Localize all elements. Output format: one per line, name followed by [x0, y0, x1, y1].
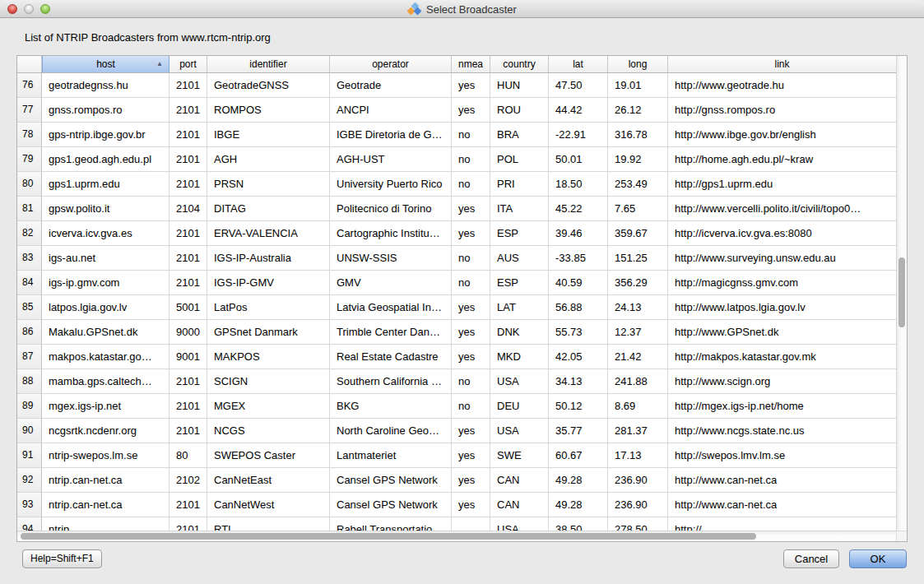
- cell-long: 253.49: [608, 172, 668, 197]
- header-port[interactable]: port: [169, 56, 207, 72]
- cell-host: ntrip-swepos.lm.se: [42, 443, 169, 468]
- table-row[interactable]: 81gpsw.polito.it2104DITAGPolitecnico di …: [17, 197, 907, 221]
- table-header-row: host ▲ port identifier operator nmea cou…: [17, 56, 907, 73]
- cell-host: igs-au.net: [42, 246, 169, 271]
- horizontal-scrollbar[interactable]: [17, 531, 896, 541]
- cell-lat: 50.01: [549, 147, 608, 172]
- cell-lat: 35.77: [549, 419, 608, 443]
- cell-lat: 42.05: [549, 345, 608, 369]
- table-row[interactable]: 76geotradegnss.hu2101GeotradeGNSSGeotrad…: [17, 73, 907, 98]
- cell-operator: Cansel GPS Network: [330, 493, 452, 517]
- table-row[interactable]: 79gps1.geod.agh.edu.pl2101AGHAGH-USTnoPO…: [17, 147, 907, 172]
- cell-port: 2101: [169, 394, 207, 419]
- cell-port: 2101: [169, 517, 207, 531]
- table-row[interactable]: 91ntrip-swepos.lm.se80SWEPOS CasterLantm…: [17, 443, 907, 468]
- horizontal-scrollbar-thumb[interactable]: [21, 533, 756, 540]
- cell-lat: 50.12: [549, 394, 608, 419]
- header-identifier[interactable]: identifier: [207, 56, 330, 72]
- cell-long: 359.67: [608, 221, 668, 246]
- cell-host: ntrip.can-net.ca: [42, 468, 169, 493]
- cell-operator: Real Estate Cadastre: [330, 345, 452, 369]
- cell-lat: 55.73: [549, 320, 608, 345]
- cell-country: USA: [490, 517, 549, 531]
- cancel-button[interactable]: Cancel: [783, 549, 839, 568]
- table-row[interactable]: 82icverva.icv.gva.es2101ERVA-VALENCIACar…: [17, 221, 907, 246]
- table-row[interactable]: 94ntrip2101RTIRabell TransportatioUSA38.…: [17, 517, 907, 531]
- vertical-scrollbar-thumb[interactable]: [898, 257, 905, 327]
- cell-link: http://www.surveying.unsw.edu.au: [668, 246, 896, 271]
- cell-link: http://makpos.katastar.gov.mk: [668, 345, 896, 369]
- table-row[interactable]: 78gps-ntrip.ibge.gov.br2101IBGEIGBE Dire…: [17, 123, 907, 147]
- list-heading: List of NTRIP Broadcasters from www.rtcm…: [25, 31, 271, 44]
- cell-operator: Cartographic Institu…: [330, 221, 452, 246]
- cell-country: LAT: [490, 295, 549, 320]
- header-host-label: host: [96, 58, 115, 70]
- table-row[interactable]: 77gnss.rompos.ro2101ROMPOSANCPIyesROU44.…: [17, 98, 907, 123]
- cell-operator: Rabell Transportatio: [330, 517, 452, 531]
- scrollbar-corner: [896, 531, 907, 541]
- cell-nmea: yes: [452, 73, 490, 98]
- cell-port: 2104: [169, 197, 207, 221]
- cell-link: http://www.scign.org: [668, 369, 896, 394]
- cell-host: igs-ip.gmv.com: [42, 271, 169, 295]
- row-number: 82: [17, 221, 42, 246]
- cell-link: http://www.ncgs.state.nc.us: [668, 419, 896, 443]
- title-bar[interactable]: Select Broadcaster: [0, 0, 924, 18]
- cell-identifier: CanNetEast: [207, 468, 330, 493]
- cell-lat: -33.85: [549, 246, 608, 271]
- cell-operator: IGBE Diretoria de G…: [330, 123, 452, 147]
- cell-lat: 45.22: [549, 197, 608, 221]
- table-row[interactable]: 90ncgsrtk.ncdenr.org2101NCGSNorth Caroli…: [17, 419, 907, 443]
- row-number: 93: [17, 493, 42, 517]
- cell-link: http://www.latpos.lgia.gov.lv: [668, 295, 896, 320]
- cell-lat: 60.67: [549, 443, 608, 468]
- table-row[interactable]: 86Makalu.GPSnet.dk9000GPSnet DanmarkTrim…: [17, 320, 907, 345]
- table-row[interactable]: 84igs-ip.gmv.com2101IGS-IP-GMVGMVnoESP40…: [17, 271, 907, 295]
- cell-lat: 44.42: [549, 98, 608, 123]
- header-link[interactable]: link: [668, 56, 896, 72]
- cell-identifier: IGS-IP-Australia: [207, 246, 330, 271]
- cell-country: CAN: [490, 468, 549, 493]
- row-number: 90: [17, 419, 42, 443]
- cell-nmea: no: [452, 123, 490, 147]
- header-host[interactable]: host ▲: [42, 56, 169, 72]
- cell-host: gps-ntrip.ibge.gov.br: [42, 123, 169, 147]
- cell-operator: Geotrade: [330, 73, 452, 98]
- cell-long: 26.12: [608, 98, 668, 123]
- cell-host: mamba.gps.caltech…: [42, 369, 169, 394]
- row-number: 77: [17, 98, 42, 123]
- cell-port: 2101: [169, 172, 207, 197]
- table-row[interactable]: 80gps1.uprm.edu2101PRSNUniversity Puerto…: [17, 172, 907, 197]
- cell-lat: 40.59: [549, 271, 608, 295]
- header-country[interactable]: country: [490, 56, 549, 72]
- help-button[interactable]: Help=Shift+F1: [22, 549, 102, 568]
- table-row[interactable]: 89mgex.igs-ip.net2101MGEXBKGnoDEU50.128.…: [17, 394, 907, 419]
- cell-long: 151.25: [608, 246, 668, 271]
- header-long[interactable]: long: [608, 56, 668, 72]
- table-row[interactable]: 93ntrip.can-net.ca2101CanNetWestCansel G…: [17, 493, 907, 517]
- table-row[interactable]: 85latpos.lgia.gov.lv5001LatPosLatvia Geo…: [17, 295, 907, 320]
- cell-port: 2101: [169, 98, 207, 123]
- cell-country: POL: [490, 147, 549, 172]
- cell-nmea: yes: [452, 419, 490, 443]
- cell-long: 21.42: [608, 345, 668, 369]
- cell-link: http://www.vercelli.polito.it/civili/top…: [668, 197, 896, 221]
- cell-lat: 38.50: [549, 517, 608, 531]
- table-row[interactable]: 92ntrip.can-net.ca2102CanNetEastCansel G…: [17, 468, 907, 493]
- table-row[interactable]: 83igs-au.net2101IGS-IP-AustraliaUNSW-SSI…: [17, 246, 907, 271]
- cell-operator: Politecnico di Torino: [330, 197, 452, 221]
- table-row[interactable]: 87makpos.katastar.go…9001MAKPOSReal Esta…: [17, 345, 907, 369]
- row-number: 76: [17, 73, 42, 98]
- cell-nmea: yes: [452, 468, 490, 493]
- table-row[interactable]: 88mamba.gps.caltech…2101SCIGNSouthern Ca…: [17, 369, 907, 394]
- vertical-scrollbar[interactable]: [896, 56, 907, 531]
- cell-operator: ANCPI: [330, 98, 452, 123]
- ok-button[interactable]: OK: [849, 549, 907, 568]
- header-lat[interactable]: lat: [549, 56, 608, 72]
- cell-identifier: ROMPOS: [207, 98, 330, 123]
- cell-country: PRI: [490, 172, 549, 197]
- header-operator[interactable]: operator: [330, 56, 452, 72]
- header-nmea[interactable]: nmea: [452, 56, 490, 72]
- cell-host: ntrip: [42, 517, 169, 531]
- cell-long: 8.69: [608, 394, 668, 419]
